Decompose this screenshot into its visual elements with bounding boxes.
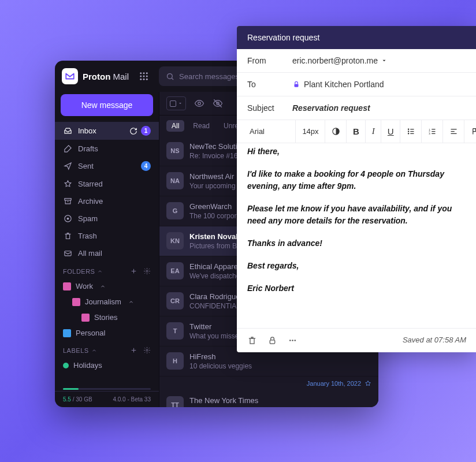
refresh-icon[interactable] [129,127,137,135]
subject-value: Reservation request [292,103,370,113]
sidebar-footer: 5.5 / 30 GB 4.0.0 - Beta 33 [55,391,159,407]
archive-icon [63,196,72,206]
sidebar-item-sent[interactable]: Sent 4 [55,157,159,175]
storage-total: / 30 GB [73,396,92,403]
folder-label: Stories [94,313,117,322]
sidebar-item-archive[interactable]: Archive [55,192,159,210]
sidebar-item-trash[interactable]: Trash [55,227,159,244]
compose-window: Reservation request From eric.norbert@pr… [237,26,476,352]
new-message-button[interactable]: New message [61,94,153,116]
label-settings-icon[interactable] [143,346,151,354]
editor-body[interactable]: Hi there, I'd like to make a booking for… [237,143,476,328]
underline-button[interactable]: U [382,120,400,143]
svg-point-4 [143,76,145,77]
font-size-select[interactable]: 14px [296,120,325,143]
from-value[interactable]: eric.norbert@proton.me [292,56,387,65]
avatar: T [166,322,184,340]
section-title: FOLDERS [63,268,95,275]
label-holidays[interactable]: Holidays [55,357,159,373]
svg-point-24 [408,131,408,132]
sidebar-item-spam[interactable]: Spam [55,210,159,227]
svg-point-40 [292,340,293,341]
svg-rect-11 [64,198,70,200]
sidebar: New message Inbox 1 Drafts Sent [55,92,159,407]
app-switcher-icon[interactable] [136,68,152,84]
avatar: CR [166,292,184,310]
svg-point-15 [146,270,148,272]
encryption-icon[interactable] [267,336,277,345]
svg-rect-20 [295,84,299,87]
labels-section-head[interactable]: LABELS [55,341,159,357]
folder-settings-icon[interactable] [143,267,151,275]
avatar: KN [166,232,184,249]
inbox-icon [63,126,72,136]
ordered-list-button[interactable]: 123 [422,120,443,143]
to-field-row[interactable]: To Plant Kitchen Portland [237,73,476,96]
more-format-button[interactable] [465,120,476,143]
to-value: Plant Kitchen Portland [292,80,384,89]
sidebar-item-label: Archive [78,197,151,206]
avatar: NA [166,172,184,189]
italic-button[interactable]: I [366,120,381,143]
select-all-checkbox[interactable] [166,96,186,110]
to-label: To [247,80,281,89]
star-icon[interactable] [365,380,371,387]
label-text: Holidays [73,361,102,370]
brand-name: Proton Mail [83,72,129,81]
delete-draft-icon[interactable] [247,336,257,345]
message-subject: Your Monday Briefing [189,406,371,407]
storage-used: 5.5 [63,396,71,403]
chevron-up-icon [97,269,103,274]
svg-rect-14 [64,251,70,255]
svg-point-1 [143,72,145,74]
sidebar-item-label: Spam [78,214,151,223]
sidebar-item-allmail[interactable]: All mail [55,244,159,262]
sidebar-item-starred[interactable]: Starred [55,175,159,192]
sidebar-item-label: All mail [78,249,151,258]
svg-point-7 [143,79,145,80]
svg-text:3: 3 [429,132,430,135]
editor-toolbar: Arial 14px B I U 123 [237,120,476,143]
unread-toggle-icon[interactable] [213,98,223,109]
folder-journalism[interactable]: Journalism [55,294,159,310]
add-label-icon[interactable] [130,346,137,354]
body-para-1: I'd like to make a booking for 4 people … [247,168,466,192]
contrast-button[interactable] [326,120,347,143]
inbox-badge: 1 [141,126,151,136]
message-row[interactable]: TTThe New York TimesYour Monday Briefing [159,390,378,407]
avatar: TT [166,396,184,407]
sidebar-item-drafts[interactable]: Drafts [55,140,159,157]
svg-point-9 [168,73,173,79]
compose-footer: Saved at 07:58 AM [237,328,476,352]
filter-all[interactable]: All [166,120,184,132]
body-para-2: Please let me know if you have availabil… [247,203,466,227]
bold-button[interactable]: B [347,120,366,143]
section-title: LABELS [63,347,89,354]
chevron-up-icon [91,348,97,353]
more-options-icon[interactable] [288,336,298,345]
bullet-list-button[interactable] [401,120,422,143]
align-button[interactable] [444,120,464,143]
folder-work[interactable]: Work [55,278,159,294]
message-date-meta: January 10th, 2022 [159,377,378,390]
read-toggle-icon[interactable] [194,98,204,109]
body-signoff: Best regards, [247,260,466,272]
svg-point-0 [140,72,142,74]
font-family-select[interactable]: Arial [244,120,296,143]
body-signature: Eric Norbert [247,282,466,295]
sidebar-item-inbox[interactable]: Inbox 1 [55,122,159,140]
folder-label: Personal [76,329,105,337]
spam-icon [63,214,72,223]
subject-field-row[interactable]: Subject Reservation request [237,96,476,120]
filter-read[interactable]: Read [188,120,215,132]
folder-icon [72,298,80,306]
add-folder-icon[interactable] [130,267,137,275]
folder-stories[interactable]: Stories [55,310,159,325]
avatar: H [166,352,184,370]
folders-section-head[interactable]: FOLDERS [55,262,159,278]
svg-point-3 [140,76,142,77]
sidebar-item-label: Trash [78,232,151,240]
message-subject: 10 delicious veggies [189,362,371,370]
avatar: EA [166,262,184,280]
folder-personal[interactable]: Personal [55,325,159,341]
